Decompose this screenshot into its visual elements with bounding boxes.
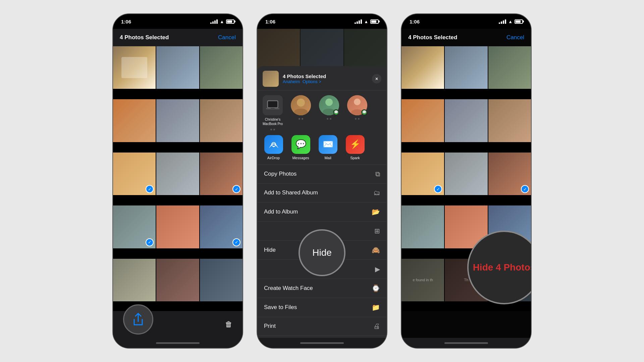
- airdrop-item-mac[interactable]: Christine'sMacBook Pro: [261, 95, 285, 130]
- home-indicator-1: [113, 338, 243, 348]
- photo-cell-14[interactable]: [156, 259, 199, 301]
- screen-2: 4 Photos Selected Anaheim Options > ×: [257, 29, 387, 338]
- check-badge-9: ✓: [232, 185, 240, 193]
- photo-cell-4[interactable]: [113, 99, 156, 142]
- photo-cell-3-2[interactable]: [445, 46, 487, 89]
- message-badge-3: 💬: [361, 109, 367, 115]
- airdrop-dots-1: [299, 118, 303, 120]
- home-bar-2: [300, 342, 344, 344]
- status-bar-2: 1:06 ▲: [257, 14, 387, 29]
- share-button[interactable]: [123, 304, 153, 335]
- message-badge-2: 💬: [333, 109, 339, 115]
- share-sheet: 4 Photos Selected Anaheim Options > ×: [257, 66, 387, 338]
- photo-cell-1[interactable]: [113, 46, 156, 89]
- photo-cell-3-1[interactable]: [401, 46, 444, 89]
- airdrop-mac-dots: [270, 129, 275, 130]
- airdrop-item-3[interactable]: 💬: [345, 95, 369, 130]
- phone3-bottom-bar: [401, 311, 531, 338]
- phone-3: 1:06 ▲ 4 Photos Selected Cancel: [401, 13, 532, 349]
- mail-icon: ✉️: [319, 135, 337, 154]
- photo-cell-2[interactable]: [156, 46, 199, 89]
- signal-icon-1: [210, 19, 218, 24]
- hide-label: Hide: [264, 247, 276, 253]
- photo-cell-3-7[interactable]: ✓: [401, 153, 444, 195]
- action-copy-photos[interactable]: Copy Photos ⧉: [257, 165, 387, 184]
- home-indicator-3: [401, 338, 531, 348]
- share-thumbnail: [263, 71, 279, 87]
- app-mail[interactable]: ✉️ Mail: [317, 135, 339, 160]
- watch-face-label: Create Watch Face: [264, 285, 313, 292]
- airdrop-mac-name: Christine'sMacBook Pro: [263, 117, 283, 126]
- nav-title-1: 4 Photos Selected: [120, 34, 169, 41]
- status-icons-3: ▲: [499, 19, 523, 24]
- photo-cell-3-9[interactable]: ✓: [488, 153, 531, 195]
- action-add-album[interactable]: Add to Album 📂: [257, 202, 387, 222]
- photo-cell-3[interactable]: [200, 46, 243, 89]
- airdrop-item-1[interactable]: [289, 95, 313, 130]
- spark-icon: ⚡: [346, 135, 365, 154]
- hide-icon: 🙈: [372, 246, 380, 254]
- action-list: Copy Photos ⧉ Add to Shared Album 🗂 Add …: [257, 165, 387, 338]
- photo-cell-8[interactable]: [156, 153, 199, 195]
- photo-cell-5[interactable]: [156, 99, 199, 142]
- spark-label: Spark: [350, 156, 360, 160]
- airdrop-icon: [264, 135, 283, 154]
- airdrop-item-2[interactable]: 💬: [317, 95, 341, 130]
- nav-bar-3: 4 Photos Selected Cancel: [401, 29, 531, 46]
- photo-cell-3-3[interactable]: [488, 46, 531, 89]
- photo-cell-3-5[interactable]: [445, 99, 487, 142]
- photo-cell-10[interactable]: ✓: [113, 205, 156, 248]
- action-watch-face[interactable]: Create Watch Face ⌚: [257, 279, 387, 298]
- wifi-icon-3: ▲: [508, 19, 513, 24]
- time-1: 1:06: [121, 19, 131, 24]
- share-header: 4 Photos Selected Anaheim Options > ×: [257, 66, 387, 90]
- photo-cell-3-13[interactable]: e found in th: [401, 259, 444, 301]
- airdrop-avatar-1: [291, 95, 311, 115]
- cancel-button-3[interactable]: Cancel: [506, 34, 524, 41]
- airdrop-row: Christine'sMacBook Pro: [257, 90, 387, 135]
- mail-label: Mail: [324, 156, 331, 160]
- photo-cell-6[interactable]: [200, 99, 243, 142]
- photo-cell-3-8[interactable]: [445, 153, 487, 195]
- duplicate-icon: ⊞: [374, 227, 380, 235]
- photo-cell-3-4[interactable]: [401, 99, 444, 142]
- airdrop-label: AirDrop: [267, 156, 280, 160]
- share-close-button[interactable]: ×: [372, 74, 381, 83]
- action-save-files[interactable]: Save to Files 📁: [257, 298, 387, 317]
- status-bar-3: 1:06 ▲: [401, 14, 531, 29]
- slideshow-icon: ▶: [375, 265, 380, 273]
- photo-cell-15[interactable]: [200, 259, 243, 301]
- status-icons-1: ▲: [210, 19, 234, 24]
- wifi-icon-2: ▲: [364, 19, 368, 24]
- action-hide[interactable]: Hide 🙈 Hide: [257, 241, 387, 260]
- action-add-shared-album[interactable]: Add to Shared Album 🗂: [257, 184, 387, 202]
- signal-icon-2: [355, 19, 362, 24]
- cancel-button-1[interactable]: Cancel: [218, 34, 236, 41]
- photo-cell-3-10[interactable]: [401, 205, 444, 248]
- time-3: 1:06: [410, 19, 420, 24]
- app-spark[interactable]: ⚡ Spark: [344, 135, 366, 160]
- photo-cell-12[interactable]: ✓: [200, 205, 243, 248]
- airdrop-dots-3: [355, 118, 360, 120]
- photos-grid-1: ✓ ✓ ✓ ✓: [113, 46, 243, 311]
- svg-rect-3: [271, 108, 275, 109]
- status-bar-1: 1:06 ▲: [113, 14, 243, 29]
- app-messages[interactable]: 💬 Messages: [290, 135, 312, 160]
- share-icon: [132, 313, 144, 326]
- app-airdrop[interactable]: AirDrop: [263, 135, 284, 160]
- battery-icon-2: [370, 19, 379, 24]
- screen-3: 4 Photos Selected Cancel: [401, 29, 531, 338]
- delete-button[interactable]: 🗑: [225, 320, 232, 329]
- photo-cell-9[interactable]: ✓: [200, 153, 243, 195]
- photo-cell-3-6[interactable]: [488, 99, 531, 142]
- options-label[interactable]: Options >: [303, 79, 321, 84]
- photo-cell-7[interactable]: ✓: [113, 153, 156, 195]
- photo-cell-13[interactable]: [113, 259, 156, 301]
- action-print[interactable]: Print 🖨: [257, 317, 387, 336]
- home-bar-3: [444, 342, 488, 344]
- screen-1: 4 Photos Selected Cancel: [113, 29, 243, 338]
- save-files-icon: 📁: [372, 303, 380, 311]
- photo-cell-11[interactable]: [156, 205, 199, 248]
- check-badge-3-9: ✓: [521, 185, 529, 193]
- battery-icon-3: [515, 19, 523, 24]
